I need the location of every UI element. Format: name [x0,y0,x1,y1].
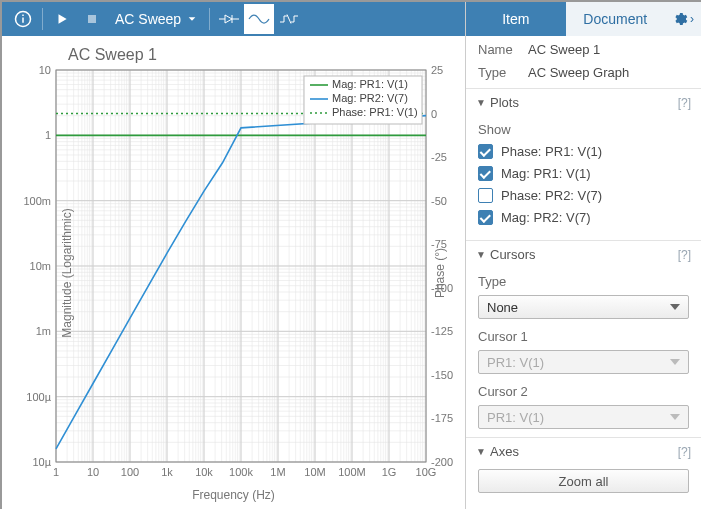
name-value: AC Sweep 1 [528,42,600,57]
info-button[interactable] [8,4,38,34]
tab-document[interactable]: Document [566,2,666,36]
svg-line-7 [287,15,291,24]
checkbox-icon [478,166,493,181]
cursor2-select[interactable]: PR1: V(1) [478,405,689,429]
svg-text:10M: 10M [304,466,325,478]
gear-icon [672,11,688,27]
show-label: Show [478,122,689,137]
svg-text:10m: 10m [30,260,51,272]
svg-text:1M: 1M [270,466,285,478]
cursors-help[interactable]: [?] [678,248,691,262]
pulse-icon-button[interactable] [274,4,304,34]
chart-plot[interactable]: 1101001k10k100k1M10M100M1G10G10µ100µ1m10… [8,66,460,486]
svg-text:100M: 100M [338,466,366,478]
axes-help[interactable]: [?] [678,445,691,459]
cursor-type-select[interactable]: None [478,295,689,319]
stop-button[interactable] [77,4,107,34]
svg-text:Mag: PR2: V(7): Mag: PR2: V(7) [332,92,408,104]
svg-text:Mag: PR1: V(1): Mag: PR1: V(1) [332,78,408,90]
svg-text:-50: -50 [431,195,447,207]
checkbox-label: Phase: PR1: V(1) [501,144,602,159]
play-button[interactable] [47,4,77,34]
chevron-right-icon: › [690,12,694,26]
svg-rect-1 [22,18,24,23]
svg-text:Phase: PR1: V(1): Phase: PR1: V(1) [332,106,418,118]
svg-text:-25: -25 [431,151,447,163]
simulation-mode-label: AC Sweep [115,11,181,27]
svg-text:10µ: 10µ [32,456,51,468]
checkbox-label: Mag: PR2: V(7) [501,210,591,225]
svg-rect-3 [88,15,96,23]
tab-item[interactable]: Item [466,2,566,36]
svg-text:10: 10 [39,66,51,76]
show-checkbox-0[interactable]: Phase: PR1: V(1) [478,144,689,159]
cursor1-select[interactable]: PR1: V(1) [478,350,689,374]
chart-area: AC Sweep 1 Magnitude (Logarithmic) Phase… [2,36,465,509]
svg-text:1m: 1m [36,325,51,337]
checkbox-icon [478,144,493,159]
svg-text:25: 25 [431,66,443,76]
svg-text:-125: -125 [431,325,453,337]
chart-title: AC Sweep 1 [68,40,459,66]
cursor2-label: Cursor 2 [478,384,689,399]
name-key: Name [478,42,528,57]
y-axis-right-label: Phase (°) [433,247,447,297]
simulation-mode-selector[interactable]: AC Sweep [107,11,205,27]
toolbar: AC Sweep [2,2,465,36]
svg-text:1k: 1k [161,466,173,478]
zoom-all-button[interactable]: Zoom all [478,469,689,493]
y-axis-left-label: Magnitude (Logarithmic) [60,208,74,337]
axes-section-header[interactable]: ▼ Axes [?] [466,438,701,465]
svg-rect-2 [22,15,24,17]
type-value: AC Sweep Graph [528,65,629,80]
show-checkbox-2[interactable]: Phase: PR2: V(7) [478,188,689,203]
svg-text:-200: -200 [431,456,453,468]
side-panel-body: NameAC Sweep 1 TypeAC Sweep Graph ▼ Plot… [466,36,701,509]
type-key: Type [478,65,528,80]
svg-text:100: 100 [121,466,139,478]
svg-text:1: 1 [45,129,51,141]
svg-text:-150: -150 [431,369,453,381]
side-panel-tabs: Item Document › [466,2,701,36]
diode-icon-button[interactable] [214,4,244,34]
panel-settings-button[interactable]: › [665,2,701,36]
show-checkbox-1[interactable]: Mag: PR1: V(1) [478,166,689,181]
svg-text:100k: 100k [229,466,253,478]
checkbox-icon [478,210,493,225]
plots-section-header[interactable]: ▼ Plots [?] [466,89,701,116]
cursor-type-label: Type [478,274,689,289]
checkbox-label: Mag: PR1: V(1) [501,166,591,181]
show-checkbox-3[interactable]: Mag: PR2: V(7) [478,210,689,225]
cursors-section-header[interactable]: ▼ Cursors [?] [466,241,701,268]
svg-text:10k: 10k [195,466,213,478]
checkbox-icon [478,188,493,203]
svg-text:0: 0 [431,108,437,120]
checkbox-label: Phase: PR2: V(7) [501,188,602,203]
chevron-down-icon: ▼ [476,249,488,260]
svg-text:10: 10 [87,466,99,478]
svg-text:100m: 100m [23,195,51,207]
x-axis-label: Frequency (Hz) [8,488,459,502]
svg-text:1: 1 [53,466,59,478]
svg-text:1G: 1G [382,466,397,478]
chevron-down-icon: ▼ [476,97,488,108]
plots-help[interactable]: [?] [678,96,691,110]
svg-text:100µ: 100µ [26,391,51,403]
chevron-down-icon: ▼ [476,446,488,457]
cursor1-label: Cursor 1 [478,329,689,344]
svg-text:-175: -175 [431,412,453,424]
sine-icon-button[interactable] [244,4,274,34]
